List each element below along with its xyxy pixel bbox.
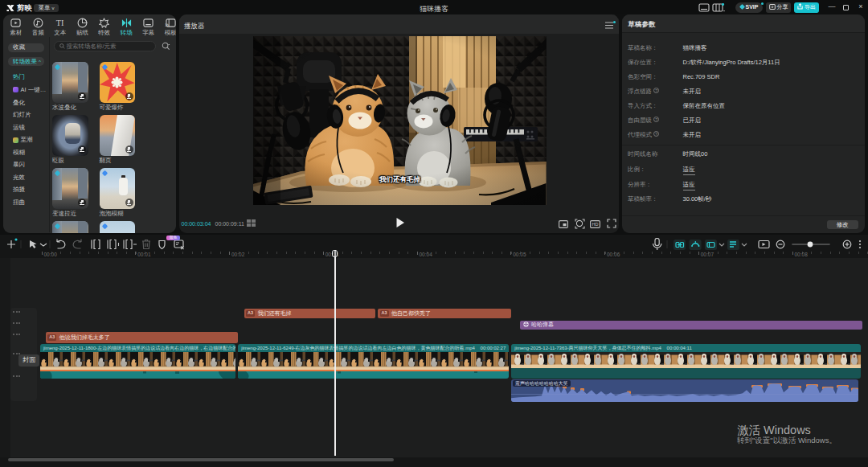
svg-text:HD: HD <box>592 222 599 227</box>
svg-text:TI: TI <box>56 18 64 27</box>
